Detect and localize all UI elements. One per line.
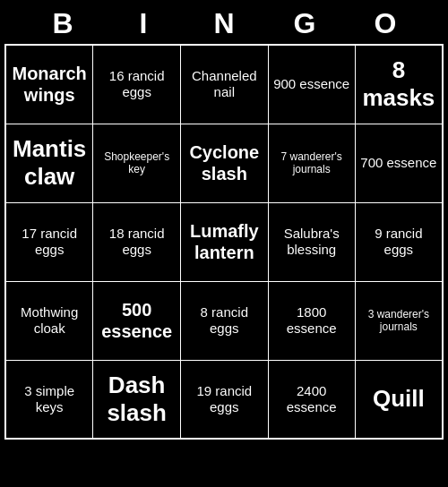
header-letter: B — [22, 7, 103, 40]
cell-r4-c2: 19 rancid eggs — [180, 360, 268, 439]
cell-r1-c0: Mantis claw — [5, 124, 93, 202]
cell-r0-c0: Monarch wings — [5, 45, 93, 124]
header-letter: O — [345, 7, 426, 40]
cell-text: Monarch wings — [10, 63, 89, 106]
cell-r1-c1: Shopkeeper's key — [93, 124, 181, 202]
cell-text: 18 rancid eggs — [97, 226, 177, 258]
cell-r2-c4: 9 rancid eggs — [355, 202, 443, 281]
cell-text: 500 essence — [97, 299, 177, 342]
cell-r2-c0: 17 rancid eggs — [5, 202, 93, 281]
cell-text: 16 rancid eggs — [97, 68, 177, 100]
cell-r0-c4: 8 masks — [355, 45, 443, 124]
cell-text: 8 rancid eggs — [185, 304, 264, 337]
cell-text: Mothwing cloak — [10, 304, 89, 337]
cell-text: 9 rancid eggs — [359, 226, 438, 258]
cell-r0-c1: 16 rancid eggs — [93, 45, 181, 124]
cell-text: 1800 essence — [272, 304, 351, 337]
cell-r3-c1: 500 essence — [93, 281, 181, 360]
cell-text: Quill — [359, 385, 438, 413]
cell-text: Dash slash — [97, 372, 177, 427]
bingo-grid: Monarch wings16 rancid eggsChanneled nai… — [4, 44, 444, 440]
cell-r1-c4: 700 essence — [355, 124, 443, 202]
cell-text: Channeled nail — [185, 68, 264, 100]
cell-r4-c4: Quill — [355, 360, 443, 439]
cell-text: Mantis claw — [10, 135, 89, 191]
cell-text: 17 rancid eggs — [10, 226, 89, 258]
cell-text: 2400 essence — [272, 383, 351, 415]
cell-r2-c2: Lumafly lantern — [180, 202, 268, 281]
cell-r0-c2: Channeled nail — [180, 45, 268, 124]
cell-r2-c1: 18 rancid eggs — [93, 202, 181, 281]
cell-text: 8 masks — [359, 56, 438, 112]
cell-r3-c0: Mothwing cloak — [5, 281, 93, 360]
cell-text: 3 wanderer's journals — [359, 308, 438, 334]
cell-r4-c1: Dash slash — [93, 360, 181, 439]
cell-r1-c2: Cyclone slash — [180, 124, 268, 202]
cell-text: 19 rancid eggs — [185, 383, 264, 415]
cell-text: Lumafly lantern — [185, 220, 264, 263]
header-letter: I — [103, 7, 184, 40]
header-letter: G — [264, 7, 345, 40]
cell-text: Cyclone slash — [185, 141, 264, 184]
cell-text: Salubra's blessing — [272, 226, 351, 258]
cell-r4-c0: 3 simple keys — [5, 360, 93, 439]
header-letter: N — [184, 7, 264, 40]
cell-text: 3 simple keys — [10, 383, 89, 415]
cell-r0-c3: 900 essence — [268, 45, 355, 124]
cell-r3-c3: 1800 essence — [268, 281, 355, 360]
bingo-header: BINGO — [0, 0, 448, 44]
cell-r3-c4: 3 wanderer's journals — [355, 281, 443, 360]
cell-text: Shopkeeper's key — [97, 150, 177, 176]
cell-r4-c3: 2400 essence — [268, 360, 355, 439]
cell-r3-c2: 8 rancid eggs — [180, 281, 268, 360]
cell-r1-c3: 7 wanderer's journals — [268, 124, 355, 202]
cell-r2-c3: Salubra's blessing — [268, 202, 355, 281]
cell-text: 7 wanderer's journals — [272, 150, 351, 176]
cell-text: 900 essence — [272, 76, 351, 92]
cell-text: 700 essence — [359, 155, 438, 171]
